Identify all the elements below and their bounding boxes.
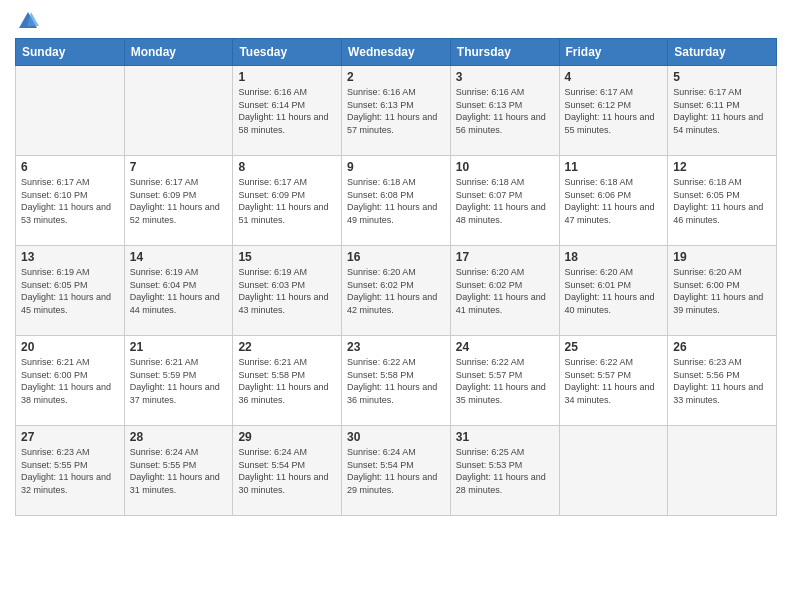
calendar-cell: 17Sunrise: 6:20 AMSunset: 6:02 PMDayligh… (450, 246, 559, 336)
calendar-cell: 5Sunrise: 6:17 AMSunset: 6:11 PMDaylight… (668, 66, 777, 156)
logo-text-block (15, 10, 39, 32)
day-number: 9 (347, 160, 445, 174)
day-info: Sunrise: 6:25 AMSunset: 5:53 PMDaylight:… (456, 446, 554, 496)
calendar-week-1: 6Sunrise: 6:17 AMSunset: 6:10 PMDaylight… (16, 156, 777, 246)
calendar-cell: 25Sunrise: 6:22 AMSunset: 5:57 PMDayligh… (559, 336, 668, 426)
day-info: Sunrise: 6:24 AMSunset: 5:54 PMDaylight:… (238, 446, 336, 496)
day-number: 10 (456, 160, 554, 174)
day-number: 8 (238, 160, 336, 174)
calendar-cell: 31Sunrise: 6:25 AMSunset: 5:53 PMDayligh… (450, 426, 559, 516)
day-number: 14 (130, 250, 228, 264)
calendar-cell: 28Sunrise: 6:24 AMSunset: 5:55 PMDayligh… (124, 426, 233, 516)
day-number: 1 (238, 70, 336, 84)
day-number: 24 (456, 340, 554, 354)
day-info: Sunrise: 6:22 AMSunset: 5:57 PMDaylight:… (565, 356, 663, 406)
header-day-sunday: Sunday (16, 39, 125, 66)
day-info: Sunrise: 6:16 AMSunset: 6:14 PMDaylight:… (238, 86, 336, 136)
day-info: Sunrise: 6:19 AMSunset: 6:04 PMDaylight:… (130, 266, 228, 316)
calendar-cell: 14Sunrise: 6:19 AMSunset: 6:04 PMDayligh… (124, 246, 233, 336)
day-number: 6 (21, 160, 119, 174)
day-number: 5 (673, 70, 771, 84)
day-number: 27 (21, 430, 119, 444)
day-number: 16 (347, 250, 445, 264)
day-info: Sunrise: 6:19 AMSunset: 6:03 PMDaylight:… (238, 266, 336, 316)
calendar-week-0: 1Sunrise: 6:16 AMSunset: 6:14 PMDaylight… (16, 66, 777, 156)
calendar-header-row: SundayMondayTuesdayWednesdayThursdayFrid… (16, 39, 777, 66)
day-info: Sunrise: 6:18 AMSunset: 6:06 PMDaylight:… (565, 176, 663, 226)
logo (15, 10, 39, 32)
calendar-table: SundayMondayTuesdayWednesdayThursdayFrid… (15, 38, 777, 516)
day-number: 26 (673, 340, 771, 354)
day-info: Sunrise: 6:17 AMSunset: 6:09 PMDaylight:… (130, 176, 228, 226)
calendar-cell: 15Sunrise: 6:19 AMSunset: 6:03 PMDayligh… (233, 246, 342, 336)
day-info: Sunrise: 6:23 AMSunset: 5:56 PMDaylight:… (673, 356, 771, 406)
logo-icon (17, 10, 39, 32)
calendar-cell: 6Sunrise: 6:17 AMSunset: 6:10 PMDaylight… (16, 156, 125, 246)
calendar-cell: 26Sunrise: 6:23 AMSunset: 5:56 PMDayligh… (668, 336, 777, 426)
day-number: 4 (565, 70, 663, 84)
calendar-cell: 20Sunrise: 6:21 AMSunset: 6:00 PMDayligh… (16, 336, 125, 426)
day-info: Sunrise: 6:17 AMSunset: 6:11 PMDaylight:… (673, 86, 771, 136)
day-number: 20 (21, 340, 119, 354)
calendar-week-3: 20Sunrise: 6:21 AMSunset: 6:00 PMDayligh… (16, 336, 777, 426)
day-info: Sunrise: 6:21 AMSunset: 5:59 PMDaylight:… (130, 356, 228, 406)
day-number: 22 (238, 340, 336, 354)
day-number: 11 (565, 160, 663, 174)
day-info: Sunrise: 6:16 AMSunset: 6:13 PMDaylight:… (347, 86, 445, 136)
calendar-cell: 27Sunrise: 6:23 AMSunset: 5:55 PMDayligh… (16, 426, 125, 516)
day-info: Sunrise: 6:20 AMSunset: 6:02 PMDaylight:… (456, 266, 554, 316)
calendar-cell: 4Sunrise: 6:17 AMSunset: 6:12 PMDaylight… (559, 66, 668, 156)
calendar-cell: 9Sunrise: 6:18 AMSunset: 6:08 PMDaylight… (342, 156, 451, 246)
day-info: Sunrise: 6:18 AMSunset: 6:08 PMDaylight:… (347, 176, 445, 226)
day-number: 31 (456, 430, 554, 444)
calendar-cell (668, 426, 777, 516)
day-info: Sunrise: 6:16 AMSunset: 6:13 PMDaylight:… (456, 86, 554, 136)
calendar-cell: 10Sunrise: 6:18 AMSunset: 6:07 PMDayligh… (450, 156, 559, 246)
calendar-cell: 24Sunrise: 6:22 AMSunset: 5:57 PMDayligh… (450, 336, 559, 426)
header (15, 10, 777, 32)
day-info: Sunrise: 6:17 AMSunset: 6:09 PMDaylight:… (238, 176, 336, 226)
day-info: Sunrise: 6:21 AMSunset: 6:00 PMDaylight:… (21, 356, 119, 406)
day-number: 30 (347, 430, 445, 444)
day-number: 18 (565, 250, 663, 264)
day-info: Sunrise: 6:20 AMSunset: 6:00 PMDaylight:… (673, 266, 771, 316)
day-number: 17 (456, 250, 554, 264)
day-info: Sunrise: 6:24 AMSunset: 5:55 PMDaylight:… (130, 446, 228, 496)
day-info: Sunrise: 6:20 AMSunset: 6:01 PMDaylight:… (565, 266, 663, 316)
calendar-week-4: 27Sunrise: 6:23 AMSunset: 5:55 PMDayligh… (16, 426, 777, 516)
calendar-cell: 1Sunrise: 6:16 AMSunset: 6:14 PMDaylight… (233, 66, 342, 156)
day-info: Sunrise: 6:18 AMSunset: 6:07 PMDaylight:… (456, 176, 554, 226)
calendar-cell: 3Sunrise: 6:16 AMSunset: 6:13 PMDaylight… (450, 66, 559, 156)
day-number: 13 (21, 250, 119, 264)
day-info: Sunrise: 6:22 AMSunset: 5:57 PMDaylight:… (456, 356, 554, 406)
calendar-cell: 2Sunrise: 6:16 AMSunset: 6:13 PMDaylight… (342, 66, 451, 156)
calendar-cell: 12Sunrise: 6:18 AMSunset: 6:05 PMDayligh… (668, 156, 777, 246)
header-day-monday: Monday (124, 39, 233, 66)
header-day-wednesday: Wednesday (342, 39, 451, 66)
calendar-cell: 18Sunrise: 6:20 AMSunset: 6:01 PMDayligh… (559, 246, 668, 336)
day-number: 7 (130, 160, 228, 174)
calendar-cell: 19Sunrise: 6:20 AMSunset: 6:00 PMDayligh… (668, 246, 777, 336)
day-info: Sunrise: 6:24 AMSunset: 5:54 PMDaylight:… (347, 446, 445, 496)
day-number: 25 (565, 340, 663, 354)
calendar-cell: 30Sunrise: 6:24 AMSunset: 5:54 PMDayligh… (342, 426, 451, 516)
day-info: Sunrise: 6:17 AMSunset: 6:10 PMDaylight:… (21, 176, 119, 226)
calendar-cell (559, 426, 668, 516)
calendar-cell: 23Sunrise: 6:22 AMSunset: 5:58 PMDayligh… (342, 336, 451, 426)
calendar-cell: 21Sunrise: 6:21 AMSunset: 5:59 PMDayligh… (124, 336, 233, 426)
calendar-cell (16, 66, 125, 156)
header-day-thursday: Thursday (450, 39, 559, 66)
calendar-body: 1Sunrise: 6:16 AMSunset: 6:14 PMDaylight… (16, 66, 777, 516)
day-info: Sunrise: 6:23 AMSunset: 5:55 PMDaylight:… (21, 446, 119, 496)
day-number: 21 (130, 340, 228, 354)
day-number: 28 (130, 430, 228, 444)
calendar-cell (124, 66, 233, 156)
calendar-cell: 8Sunrise: 6:17 AMSunset: 6:09 PMDaylight… (233, 156, 342, 246)
calendar-cell: 22Sunrise: 6:21 AMSunset: 5:58 PMDayligh… (233, 336, 342, 426)
calendar-cell: 29Sunrise: 6:24 AMSunset: 5:54 PMDayligh… (233, 426, 342, 516)
calendar-cell: 16Sunrise: 6:20 AMSunset: 6:02 PMDayligh… (342, 246, 451, 336)
day-number: 19 (673, 250, 771, 264)
calendar-page: SundayMondayTuesdayWednesdayThursdayFrid… (0, 0, 792, 612)
header-day-saturday: Saturday (668, 39, 777, 66)
day-number: 2 (347, 70, 445, 84)
